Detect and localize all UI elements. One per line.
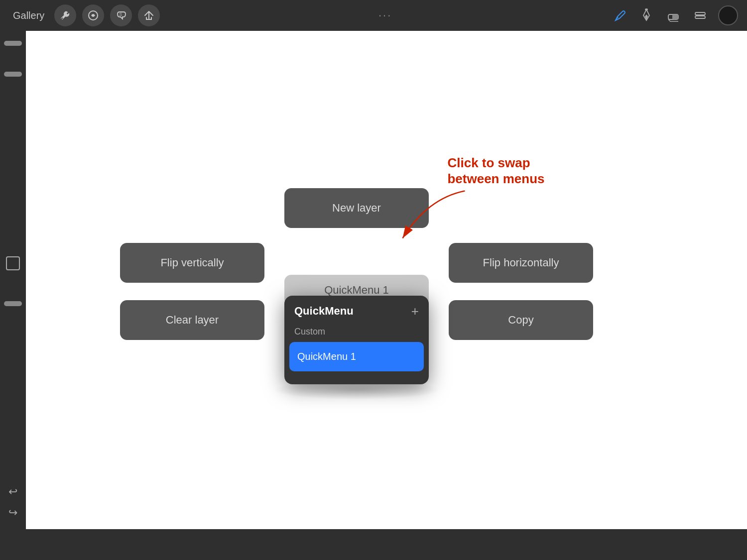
script-button[interactable]: S bbox=[110, 4, 132, 26]
flip-horizontally-button[interactable]: Flip horizontally bbox=[449, 243, 593, 283]
copy-button[interactable]: Copy bbox=[449, 300, 593, 340]
magic-button[interactable] bbox=[82, 4, 104, 26]
svg-rect-4 bbox=[672, 14, 678, 19]
svg-text:S: S bbox=[119, 12, 122, 17]
wrench-button[interactable] bbox=[54, 4, 76, 26]
shape-tool[interactable] bbox=[6, 256, 20, 270]
dropdown-add-button[interactable]: + bbox=[411, 305, 419, 318]
share-button[interactable] bbox=[138, 4, 160, 26]
toolbar-left: Gallery S bbox=[9, 4, 160, 26]
dropdown-bottom-space bbox=[284, 376, 429, 384]
annotation-text-line2: between menus bbox=[447, 171, 544, 187]
brush-size-slider[interactable] bbox=[4, 41, 22, 46]
annotation-arrow bbox=[387, 188, 467, 248]
svg-rect-6 bbox=[695, 16, 705, 18]
redo-button[interactable]: ↪ bbox=[8, 506, 17, 519]
toolbar-center: ··· bbox=[160, 9, 611, 22]
bottom-bar bbox=[0, 529, 747, 560]
top-toolbar: Gallery S ··· bbox=[0, 0, 747, 31]
eraser-tool[interactable] bbox=[664, 6, 682, 24]
dropdown-caret bbox=[349, 320, 365, 329]
toolbar-right bbox=[611, 5, 738, 25]
quickmenu-dropdown: QuickMenu + Custom QuickMenu 1 bbox=[284, 296, 429, 384]
dropdown-item-quickmenu1[interactable]: QuickMenu 1 bbox=[289, 342, 424, 371]
flip-vertically-button[interactable]: Flip vertically bbox=[120, 243, 264, 283]
svg-rect-5 bbox=[695, 12, 705, 15]
annotation-text-line1: Click to swap bbox=[447, 154, 544, 171]
canvas-area[interactable]: New layer Flip vertically Flip horizonta… bbox=[26, 31, 747, 529]
layers-tool[interactable] bbox=[691, 6, 709, 24]
three-dots: ··· bbox=[378, 9, 392, 22]
undo-button[interactable]: ↩ bbox=[8, 485, 17, 498]
zoom-slider[interactable] bbox=[4, 301, 22, 306]
gallery-button[interactable]: Gallery bbox=[9, 8, 48, 23]
fountain-pen-tool[interactable] bbox=[637, 6, 655, 24]
svg-point-2 bbox=[645, 8, 648, 10]
left-sidebar: ↩ ↪ bbox=[0, 31, 26, 529]
annotation-tooltip: Click to swap between menus bbox=[447, 154, 544, 187]
clear-layer-button[interactable]: Clear layer bbox=[120, 300, 264, 340]
opacity-slider[interactable] bbox=[4, 72, 22, 77]
dropdown-title: QuickMenu bbox=[294, 305, 354, 318]
color-picker[interactable] bbox=[718, 5, 738, 25]
pen-tool[interactable] bbox=[611, 6, 628, 24]
